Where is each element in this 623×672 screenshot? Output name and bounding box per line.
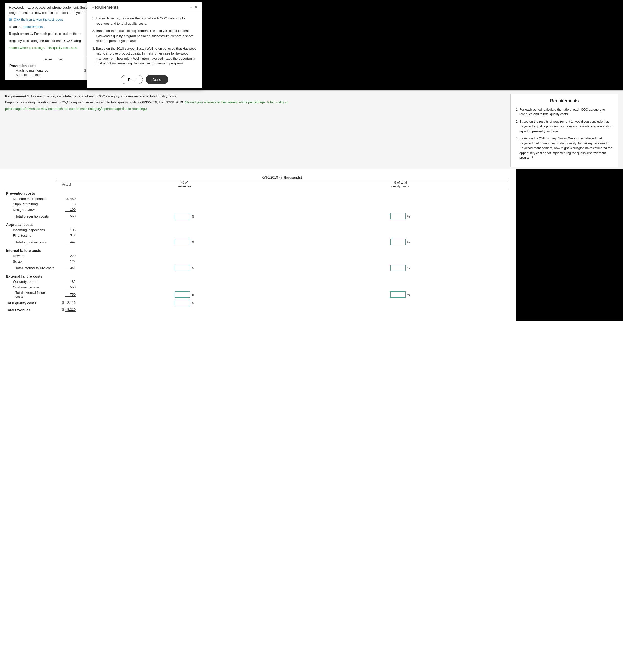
total-internal-value: 351 (56, 264, 77, 272)
req1-text-top: For each period, calculate the ra (34, 32, 82, 35)
total-revenues-value: $ 8,210 (56, 307, 77, 313)
incoming-inspections-value: 105 (56, 227, 77, 233)
total-revenues-row: Total revenues $ 8,210 (5, 307, 508, 313)
total-quality-value: $ 2,116 (56, 299, 77, 307)
final-testing-label: Final testing (5, 233, 56, 238)
total-appraisal-row: Total appraisal costs 447 % % (5, 238, 508, 246)
warranty-repairs-value: 182 (56, 279, 77, 284)
total-appraisal-label: Total appraisal costs (5, 238, 56, 246)
prevention-pct-total-input[interactable] (390, 213, 406, 219)
design-reviews-label: Design reviews (5, 207, 56, 213)
rework-label: Rework (5, 253, 56, 258)
supplier-training-value: 18 (56, 201, 77, 207)
begin-text-mid: Begin by calculating the ratio of each C… (5, 100, 184, 104)
total-prevention-value: 568 (56, 213, 77, 220)
prevention-header-top: Prevention costs (9, 63, 81, 68)
print-button[interactable]: Print (121, 75, 143, 84)
incoming-inspections-row: Incoming inspections 105 (5, 227, 508, 233)
total-external-pct-rev-cell: % (77, 290, 292, 299)
total-quality-pct-input[interactable] (175, 300, 190, 306)
total-prevention-row: Total prevention costs 568 % % (5, 213, 508, 220)
prevention-pct-rev-input[interactable] (175, 213, 190, 219)
appraisal-pct-rev-input[interactable] (175, 239, 190, 245)
machine-maintenance-top: Machine maintenance (9, 68, 81, 73)
col-actual-top: Actual (45, 58, 53, 61)
total-external-value: 750 (56, 290, 77, 299)
requirements-link[interactable]: requirements. (23, 25, 43, 29)
supplier-training-top: Supplier training (9, 73, 81, 77)
total-appraisal-value: 447 (56, 238, 77, 246)
req-title-right: Requirements (515, 98, 613, 104)
prevention-section-header: Prevention costs (5, 189, 508, 196)
period-header: 6/30/2019 (in thousands) (56, 174, 508, 180)
rework-row: Rework 229 (5, 253, 508, 258)
col-pct-total-header: % of total quality costs (292, 180, 508, 189)
col-label-header (5, 174, 56, 180)
total-appraisal-pct-total-cell: % (292, 238, 508, 246)
supplier-training-row: Supplier training 18 (5, 201, 508, 207)
final-testing-row: Final testing 342 (5, 233, 508, 238)
design-reviews-row: Design reviews 100 (5, 207, 508, 213)
req1-label-mid: Requirement 1. (5, 94, 30, 98)
external-pct-rev-input[interactable] (175, 291, 190, 298)
warranty-repairs-label: Warranty repairs (5, 279, 56, 284)
internal-failure-section-header: Internal failure costs (5, 246, 508, 253)
scrap-label: Scrap (5, 258, 56, 264)
modal-req-item-3: Based on the 2018 survey, Susan Wellingt… (96, 46, 198, 66)
view-cost-report-link[interactable]: Click the icon to view the cost report. (14, 18, 64, 22)
req-list-right: For each period, calculate the ratio of … (515, 107, 613, 161)
table-area: 6/30/2019 (in thousands) Actual % of rev… (0, 169, 515, 320)
total-quality-pct-cell: % (77, 299, 292, 307)
right-black-panel (515, 169, 623, 320)
modal-controls: − ✕ (189, 5, 198, 9)
done-button[interactable]: Done (146, 75, 168, 84)
rework-value: 229 (56, 253, 77, 258)
requirements-modal: Requirements − ✕ For each period, calcul… (87, 2, 202, 88)
req1-text-mid: For each period, calculate the ratio of … (31, 94, 177, 98)
req-item-right-1: For each period, calculate the ratio of … (520, 107, 613, 117)
appraisal-section-header: Appraisal costs (5, 220, 508, 227)
design-reviews-value: 100 (56, 207, 77, 213)
customer-returns-value: 568 (56, 284, 77, 290)
modal-req-item-1: For each period, calculate the ratio of … (96, 16, 198, 26)
col-rev-top: rev (58, 58, 63, 61)
total-internal-pct-rev-cell: % (77, 264, 292, 272)
req-item-right-2: Based on the results of requirement 1, w… (520, 119, 613, 134)
cost-table: 6/30/2019 (in thousands) Actual % of rev… (5, 174, 508, 313)
begin-text-top: Begin by calculating the ratio of each C… (9, 39, 81, 43)
external-pct-total-input[interactable] (390, 291, 406, 298)
scrap-value: 122 (56, 258, 77, 264)
total-internal-row: Total internal failure costs 351 % % (5, 264, 508, 272)
total-external-row: Total external failure costs 750 % % (5, 290, 508, 299)
internal-pct-rev-input[interactable] (175, 265, 190, 271)
total-external-label: Total external failure costs (5, 290, 56, 299)
total-revenues-label: Total revenues (5, 307, 56, 313)
requirements-panel: Requirements For each period, calculate … (510, 94, 618, 167)
icon-grid: ⊞ (9, 18, 12, 22)
modal-close-button[interactable]: ✕ (195, 5, 198, 9)
customer-returns-label: Customer returns (5, 284, 56, 290)
read-label: Read the (9, 25, 23, 29)
internal-pct-total-input[interactable] (390, 265, 406, 271)
total-external-pct-total-cell: % (292, 290, 508, 299)
modal-header: Requirements − ✕ (87, 2, 202, 12)
total-appraisal-pct-rev-cell: % (77, 238, 292, 246)
modal-body: For each period, calculate the ratio of … (87, 12, 202, 72)
incoming-inspections-label: Incoming inspections (5, 227, 56, 233)
total-prevention-pct-total-cell: % (292, 213, 508, 220)
scrap-row: Scrap 122 (5, 258, 508, 264)
total-quality-label: Total quality costs (5, 299, 56, 307)
total-internal-label: Total internal failure costs (5, 264, 56, 272)
total-prevention-label: Total prevention costs (5, 213, 56, 220)
req-item-right-3: Based on the 2018 survey, Susan Wellingt… (520, 136, 613, 160)
total-quality-row: Total quality costs $ 2,116 % (5, 299, 508, 307)
modal-minimize-button[interactable]: − (189, 5, 192, 9)
total-prevention-pct-rev-cell: % (77, 213, 292, 220)
green-hint-top: nearest whole percentage. Total quality … (9, 46, 77, 50)
supplier-training-label: Supplier training (5, 201, 56, 207)
customer-returns-row: Customer returns 568 (5, 284, 508, 290)
green-text-mid: (Round your answers to the nearest whole… (185, 100, 289, 104)
modal-requirements-list: For each period, calculate the ratio of … (91, 16, 198, 66)
appraisal-pct-total-input[interactable] (390, 239, 406, 245)
modal-req-item-2: Based on the results of requirement 1, w… (96, 28, 198, 44)
